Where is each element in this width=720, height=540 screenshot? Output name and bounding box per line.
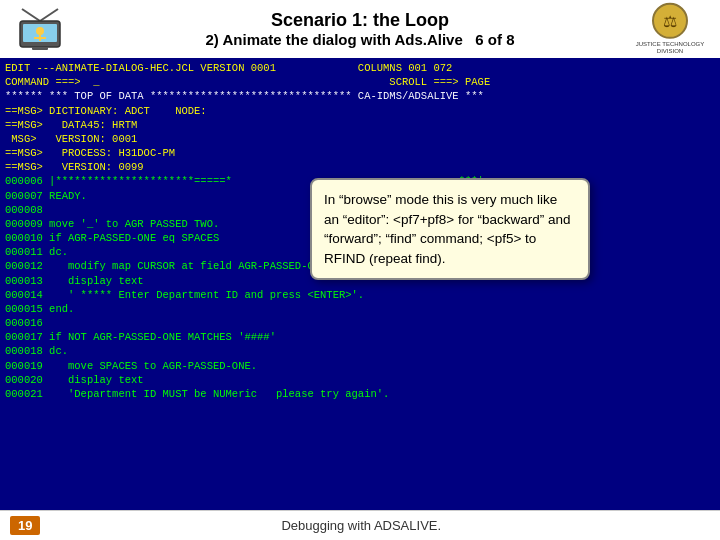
tooltip-bubble: In “browse” mode this is very much like …	[310, 178, 590, 280]
tv-logo-icon	[12, 7, 68, 51]
svg-point-5	[36, 27, 44, 35]
terminal-line: EDIT ---ANIMATE-DIALOG-HEC.JCL VERSION 0…	[5, 61, 715, 75]
svg-line-1	[40, 9, 58, 21]
terminal-line: COMMAND ===> _ SCROLL ===> PAGE	[5, 75, 715, 89]
logo-right-text: JUSTICE TECHNOLOGY DIVISION	[630, 41, 710, 55]
main-content: EDIT ---ANIMATE-DIALOG-HEC.JCL VERSION 0…	[0, 58, 720, 510]
terminal-line: 000015 end.	[5, 302, 715, 316]
terminal-line: ****** *** TOP OF DATA *****************…	[5, 89, 715, 103]
svg-rect-4	[32, 47, 48, 50]
terminal-line: 000016	[5, 316, 715, 330]
footer-center-text: Debugging with ADSALIVE.	[40, 518, 682, 533]
terminal-line: 000019 move SPACES to AGR-PASSED-ONE.	[5, 359, 715, 373]
title-line2: 2) Animate the dialog with Ads.Alive 6 o…	[206, 31, 515, 48]
title-line2-of: 6 of 8	[475, 31, 514, 48]
terminal-line: ==MSG> DATA45: HRTM	[5, 118, 715, 132]
title-line2-pre: 2) Animate the dialog with Ads.Alive	[206, 31, 463, 48]
title-line1: Scenario 1: the Loop	[206, 10, 515, 31]
header-title: Scenario 1: the Loop 2) Animate the dial…	[206, 10, 515, 48]
terminal-line: ==MSG> VERSION: 0099	[5, 160, 715, 174]
terminal-line: ==MSG> PROCESS: H31DOC-PM	[5, 146, 715, 160]
terminal-line: ==MSG> DICTIONARY: ADCT NODE:	[5, 104, 715, 118]
footer: 19 Debugging with ADSALIVE.	[0, 510, 720, 540]
svg-line-0	[22, 9, 40, 21]
badge-icon: ⚖	[652, 3, 688, 39]
logo-left	[10, 7, 70, 51]
terminal-line: 000018 dc.	[5, 344, 715, 358]
terminal-line: 000014 ' ***** Enter Department ID and p…	[5, 288, 715, 302]
tooltip-text: In “browse” mode this is very much like …	[324, 192, 571, 266]
logo-right: ⚖ JUSTICE TECHNOLOGY DIVISION	[630, 3, 710, 55]
header: Scenario 1: the Loop 2) Animate the dial…	[0, 0, 720, 58]
terminal-line: 000020 display text	[5, 373, 715, 387]
terminal-screen: EDIT ---ANIMATE-DIALOG-HEC.JCL VERSION 0…	[0, 58, 720, 510]
terminal-line: MSG> VERSION: 0001	[5, 132, 715, 146]
terminal-line: 000021 'Department ID MUST be NUMeric pl…	[5, 387, 715, 401]
terminal-line: 000017 if NOT AGR-PASSED-ONE MATCHES '##…	[5, 330, 715, 344]
page-number: 19	[10, 516, 40, 535]
